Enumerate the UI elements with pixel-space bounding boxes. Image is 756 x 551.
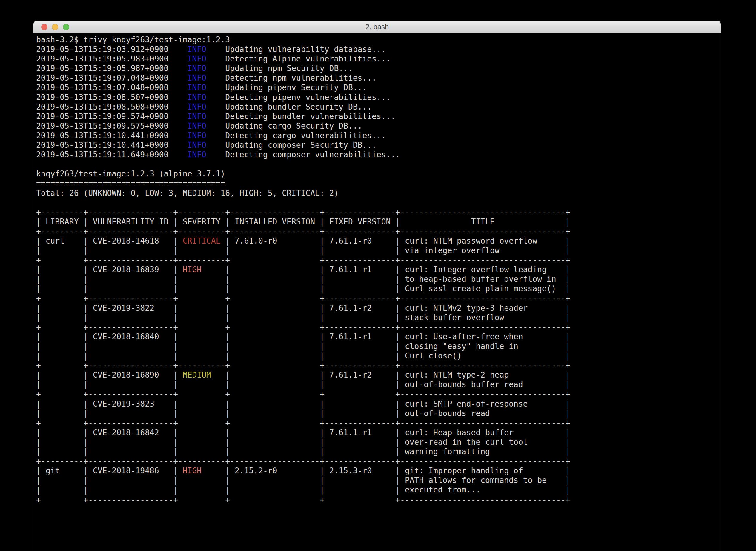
terminal-line: bash-3.2$ trivy knqyf263/test-image:1.2.… [36,35,721,44]
terminal-line: Total: 26 (UNKNOWN: 0, LOW: 3, MEDIUM: 1… [36,188,721,198]
terminal-line: + +------------------+ + +--------------… [36,323,721,332]
window-titlebar[interactable]: 2. bash [33,21,721,33]
terminal-line: + +------------------+----------+ +-----… [36,255,721,265]
terminal-line: | curl | CVE-2018-14618 | CRITICAL | 7.6… [36,236,721,246]
terminal-line: 2019-05-13T15:19:11.649+0900 INFO Detect… [36,150,721,159]
terminal-line [36,159,721,169]
terminal-window: 2. bash bash-3.2$ trivy knqyf263/test-im… [33,21,721,551]
zoom-button[interactable] [63,24,69,30]
terminal-line: | | CVE-2018-16839 | HIGH | | 7.61.1-r1 … [36,265,721,274]
terminal-line: +---------+------------------+----------… [36,207,721,217]
terminal-line: | LIBRARY | VULNERABILITY ID | SEVERITY … [36,217,721,226]
terminal-line: | | CVE-2019-3823 | | | | curl: SMTP end… [36,399,721,409]
terminal-line: 2019-05-13T15:19:08.508+0900 INFO Updati… [36,102,721,112]
terminal-line: 2019-05-13T15:19:05.987+0900 INFO Updati… [36,64,721,73]
terminal-line: | | | | | | out-of-bounds buffer read | [36,380,721,389]
terminal-line: 2019-05-13T15:19:08.507+0900 INFO Detect… [36,92,721,102]
terminal-line: | | | | | | executed from... | [36,485,721,495]
terminal-line: | | | | | | to heap-based buffer overflo… [36,274,721,284]
terminal-line: ======================================== [36,178,721,188]
terminal-line: | | | | | | warning formatting | [36,447,721,456]
terminal-line: | | CVE-2018-16842 | | | 7.61.1-r1 | cur… [36,428,721,437]
terminal-line: 2019-05-13T15:19:10.441+0900 INFO Updati… [36,140,721,150]
terminal-line: 2019-05-13T15:19:09.574+0900 INFO Detect… [36,112,721,121]
minimize-button[interactable] [52,24,58,30]
terminal-line: 2019-05-13T15:19:03.912+0900 INFO Updati… [36,44,721,54]
terminal-line: | | | | | | Curl_close() | [36,351,721,361]
terminal-line: + +------------------+ + + +------------… [36,389,721,399]
terminal-line: + +------------------+ + +--------------… [36,294,721,303]
terminal-line: | | | | | | via integer overflow | [36,246,721,255]
terminal-line: | git | CVE-2018-19486 | HIGH | 2.15.2-r… [36,466,721,476]
terminal-line: 2019-05-13T15:19:05.983+0900 INFO Detect… [36,54,721,64]
terminal-line: knqyf263/test-image:1.2.3 (alpine 3.7.1) [36,169,721,178]
terminal-line: | | | | | | stack buffer overflow | [36,313,721,323]
window-title: 2. bash [365,23,389,31]
terminal-line: | | | | | | PATH allows for commands to … [36,476,721,485]
terminal-line: 2019-05-13T15:19:10.441+0900 INFO Detect… [36,131,721,140]
terminal-line: | | | | | | closing "easy" handle in | [36,342,721,351]
terminal-line: 2019-05-13T15:19:07.048+0900 INFO Detect… [36,73,721,83]
terminal-line: + +------------------+ + +--------------… [36,418,721,428]
terminal-line: | | | | | | over-read in the curl tool | [36,437,721,447]
terminal-line: 2019-05-13T15:19:07.048+0900 INFO Updati… [36,83,721,92]
terminal-line: +---------+------------------+----------… [36,226,721,236]
terminal-line: | | CVE-2019-3822 | | | 7.61.1-r2 | curl… [36,303,721,313]
terminal-line: + +------------------+----------+ +-----… [36,361,721,370]
terminal-output: bash-3.2$ trivy knqyf263/test-image:1.2.… [33,33,721,504]
terminal-line: | | CVE-2018-16890 | MEDIUM | | 7.61.1-r… [36,370,721,380]
terminal-line: | | | | | | Curl_sasl_create_plain_messa… [36,284,721,294]
terminal-line: + +------------------+ + + +------------… [36,495,721,504]
terminal-line: 2019-05-13T15:19:09.575+0900 INFO Updati… [36,121,721,131]
terminal-line: | | | | | | out-of-bounds read | [36,409,721,418]
terminal-line: +---------+------------------+----------… [36,456,721,466]
close-button[interactable] [41,24,47,30]
terminal-line [36,198,721,207]
terminal-line: | | CVE-2018-16840 | | | 7.61.1-r1 | cur… [36,332,721,342]
